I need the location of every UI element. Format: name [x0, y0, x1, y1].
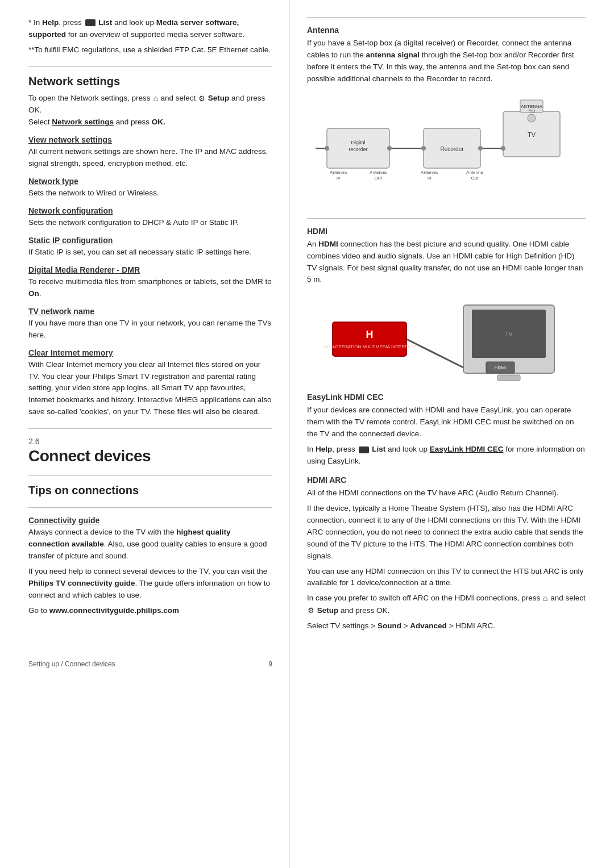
gear-icon: ⚙: [198, 93, 205, 105]
page: * In Help, press List and look up Media …: [0, 0, 614, 868]
svg-text:Antenna: Antenna: [421, 170, 438, 175]
svg-text:TV: TV: [505, 331, 513, 337]
footer-label: Setting up / Connect devices: [28, 660, 115, 668]
easylink-keyword: EasyLink HDMI CEC: [430, 445, 504, 453]
clear-internet-memory: Clear Internet memory With Clear Interne…: [28, 348, 272, 419]
hdmi-arc-text2: If the device, typically a Home Theatre …: [307, 503, 586, 562]
help-keyword: Help: [42, 18, 59, 27]
home-icon2: ⌂: [543, 592, 547, 605]
antenna-diagram-svg: TV ANTENNA 75Ω Digital recorder Recorder…: [310, 94, 583, 208]
subsection-title-view-network: View network settings: [28, 135, 272, 144]
svg-text:Antenna: Antenna: [466, 170, 483, 175]
help-keyword2: Help: [316, 445, 332, 453]
tips-on-connections-title: Tips on connections: [28, 484, 272, 497]
connectivity-text3: Go to www.connectivityguide.philips.com: [28, 605, 272, 617]
svg-point-23: [387, 146, 392, 151]
setup-keyword2: Setup: [317, 606, 339, 615]
network-settings-title: Network settings: [28, 75, 272, 88]
highest-quality-keyword: highest quality connection available: [28, 528, 230, 548]
svg-text:Recorder: Recorder: [440, 146, 464, 152]
advanced-keyword: Advanced: [410, 621, 447, 630]
hdmi-arc-text4: In case you prefer to switch off ARC on …: [307, 592, 586, 617]
hdmi-keyword1: HDMI: [318, 240, 338, 248]
right-divider-2: [307, 218, 586, 219]
left-column: * In Help, press List and look up Media …: [0, 0, 290, 868]
connectivity-guide-title: Connectivity guide: [28, 516, 272, 525]
website-link: www.connectivityguide.philips.com: [49, 606, 179, 615]
view-network-text: All current network settings are shown h…: [28, 146, 272, 170]
svg-text:ANTENNA: ANTENNA: [521, 104, 543, 109]
connectivity-text1: Always connect a device to the TV with t…: [28, 527, 272, 562]
svg-text:HIGH-DEFINITION MULTIMEDIA INT: HIGH-DEFINITION MULTIMEDIA INTERFACE: [322, 344, 417, 349]
connectivity-text2: If you need help to connect several devi…: [28, 566, 272, 602]
philips-guide-keyword: Philips TV connectivity guide: [28, 579, 135, 587]
antenna-title: Antenna: [307, 26, 586, 35]
connect-devices-title: Connect devices: [28, 447, 272, 465]
svg-text:In: In: [428, 176, 432, 181]
tv-network-name-text: If you have more than one TV in your net…: [28, 318, 272, 341]
easylink-title: EasyLink HDMI CEC: [307, 393, 586, 402]
section-number: 2.6: [28, 437, 272, 446]
list-button-icon2: [359, 446, 369, 453]
home-icon: ⌂: [153, 93, 157, 105]
svg-point-22: [325, 146, 329, 151]
divider-4: [28, 507, 272, 508]
svg-text:Out: Out: [471, 176, 479, 181]
subsection-title-static-ip: Static IP configuration: [28, 236, 272, 245]
svg-point-25: [478, 146, 483, 151]
on-keyword: On: [28, 289, 39, 298]
gear-icon2: ⚙: [308, 605, 314, 616]
svg-point-5: [528, 114, 536, 122]
connectivity-guide: Connectivity guide Always connect a devi…: [28, 516, 272, 616]
svg-line-36: [406, 339, 463, 368]
right-divider-top: [307, 17, 586, 18]
antenna-text: If you have a Set-top box (a digital rec…: [307, 37, 586, 85]
subsection-title-clear-internet: Clear Internet memory: [28, 348, 272, 357]
list-button-icon: [85, 19, 96, 26]
svg-text:Antenna: Antenna: [370, 170, 387, 175]
tv-network-name: TV network name If you have more than on…: [28, 307, 272, 341]
clear-internet-text: With Clear Internet memory you clear all…: [28, 359, 272, 419]
hdmi-diagram-svg: H HIGH-DEFINITION MULTIMEDIA INTERFACE T…: [321, 294, 571, 385]
hdmi-title: HDMI: [307, 227, 586, 236]
svg-text:Out: Out: [375, 176, 383, 181]
subsection-title-dmr: Digital Media Renderer - DMR: [28, 265, 272, 274]
hdmi-arc-text1: All of the HDMI connections on the TV ha…: [307, 487, 586, 499]
dmr-text: To receive multimedia files from smartph…: [28, 276, 272, 300]
hdmi-diagram: H HIGH-DEFINITION MULTIMEDIA INTERFACE T…: [307, 294, 586, 385]
svg-rect-33: [497, 375, 520, 381]
network-configuration: Network configuration Sets the network c…: [28, 206, 272, 229]
network-config-text: Sets the network configuration to DHCP &…: [28, 217, 272, 229]
divider-3: [28, 475, 272, 476]
antenna-signal-keyword: antenna signal: [366, 51, 420, 59]
svg-text:75Ω: 75Ω: [528, 109, 535, 113]
hdmi-arc-title: HDMI ARC: [307, 475, 586, 485]
subsection-title-network-type: Network type: [28, 177, 272, 186]
ok-keyword: OK.: [152, 118, 165, 126]
svg-text:Digital: Digital: [351, 140, 365, 145]
hdmi-arc-text5: Select TV settings > Sound > Advanced > …: [307, 620, 586, 632]
svg-text:H: H: [366, 329, 374, 340]
network-intro-text: To open the Network settings, press ⌂ an…: [28, 93, 272, 129]
svg-point-24: [421, 146, 426, 151]
svg-point-26: [501, 146, 505, 151]
list-keyword: List: [98, 18, 112, 27]
divider-2: [28, 428, 272, 429]
list-keyword2: List: [372, 445, 385, 453]
network-type-text: Sets the network to Wired or Wireless.: [28, 187, 272, 199]
setup-keyword: Setup: [208, 94, 230, 102]
intro-note2: **To fulfill EMC regulations, use a shie…: [28, 44, 272, 56]
sound-keyword: Sound: [377, 621, 401, 630]
dmr: Digital Media Renderer - DMR To receive …: [28, 265, 272, 300]
divider-1: [28, 66, 272, 67]
svg-text:recorder: recorder: [349, 147, 368, 152]
static-ip-config: Static IP configuration If Static IP is …: [28, 236, 272, 258]
easylink-text2: In Help, press List and look up EasyLink…: [307, 444, 586, 468]
easylink-text1: If your devices are connected with HDMI …: [307, 404, 586, 440]
network-settings-keyword: Network settings: [52, 118, 114, 126]
view-network-settings: View network settings All current networ…: [28, 135, 272, 170]
hdmi-arc-text3: You can use any HDMI connection on this …: [307, 566, 586, 590]
antenna-diagram: TV ANTENNA 75Ω Digital recorder Recorder…: [307, 94, 586, 208]
hdmi-text: An HDMI connection has the best picture …: [307, 239, 586, 286]
static-ip-text: If Static IP is set, you can set all nec…: [28, 247, 272, 258]
